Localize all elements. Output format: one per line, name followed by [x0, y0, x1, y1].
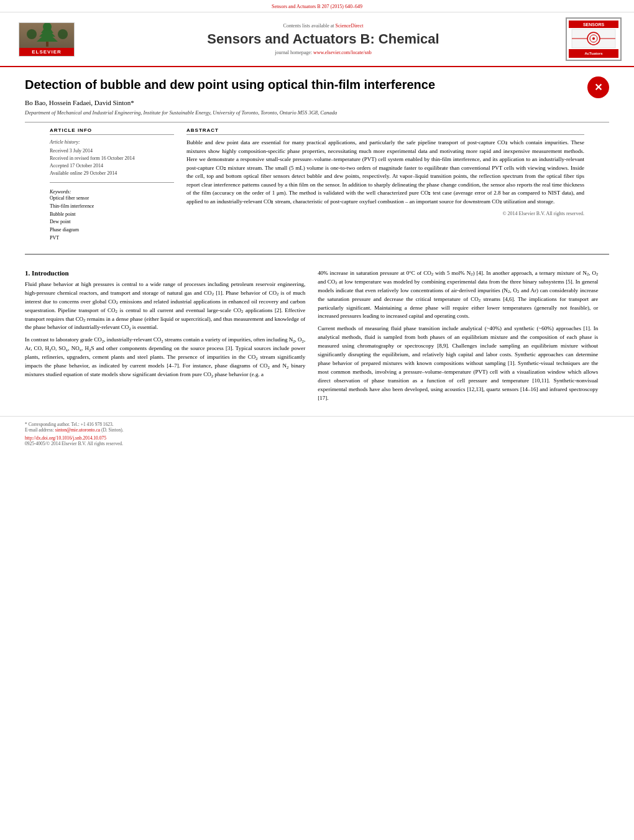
journal-title: Sensors and Actuators B: Chemical — [81, 31, 566, 47]
divider — [25, 122, 609, 122]
received-revised-date: Received in revised form 16 October 2014 — [50, 155, 174, 162]
keyword-1: Optical fiber sensor — [50, 195, 174, 203]
article-info-heading: ARTICLE INFO — [50, 127, 174, 135]
copyright: © 2014 Elsevier B.V. All rights reserved… — [186, 211, 584, 216]
svg-point-4 — [27, 29, 37, 39]
email-person: (D. Sinton). — [101, 427, 124, 433]
keywords-label: Keywords: — [50, 189, 174, 195]
article-header: ✕ Detection of bubble and dew point usin… — [0, 67, 634, 249]
abstract-text: Bubble and dew point data are essential … — [186, 139, 584, 206]
journal-ref-strip: Sensors and Actuators B 207 (2015) 640–6… — [0, 0, 634, 12]
email-line: E-mail address: sinton@mie.utoronto.ca (… — [25, 427, 609, 433]
divider2 — [50, 182, 174, 183]
homepage-link[interactable]: www.elsevier.com/locate/snb — [313, 50, 372, 55]
abstract-col: ABSTRACT Bubble and dew point data are e… — [186, 127, 584, 242]
journal-ref-text: Sensors and Actuators B 207 (2015) 640–6… — [272, 4, 362, 9]
elsevier-logo: ELSEVIER — [12, 22, 81, 57]
svg-text:AcTuators: AcTuators — [584, 52, 603, 55]
tree-svg — [19, 23, 75, 48]
journal-homepage: journal homepage: www.elsevier.com/locat… — [81, 50, 566, 55]
main-left-col: 1. Introduction Fluid phase behavior at … — [25, 269, 305, 407]
svg-text:SENSORS: SENSORS — [583, 22, 605, 27]
journal-header: ELSEVIER Contents lists available at Sci… — [0, 12, 634, 67]
page-footer: * Corresponding author. Tel.: +1 416 978… — [0, 416, 634, 451]
article-info-col: ARTICLE INFO Article history: Received 3… — [50, 127, 174, 242]
sensors-logo-svg: SENSORS AcTuators — [569, 21, 618, 58]
keyword-4: Dew point — [50, 218, 174, 226]
issn-line: 0925-4005/© 2014 Elsevier B.V. All right… — [25, 441, 609, 446]
main-content: 1. Introduction Fluid phase behavior at … — [0, 260, 634, 416]
svg-point-13 — [592, 37, 595, 40]
info-abstract-cols: ARTICLE INFO Article history: Received 3… — [25, 127, 609, 242]
corresponding-note: * Corresponding author. Tel.: +1 416 978… — [25, 422, 609, 427]
elsevier-tree-graphic — [19, 23, 75, 48]
intro-p1: Fluid phase behavior at high pressures i… — [25, 280, 305, 333]
keyword-6: PVT — [50, 234, 174, 242]
abstract-paragraph: Bubble and dew point data are essential … — [186, 139, 584, 206]
section1-col2-text: 40% increase in saturation pressure at 0… — [318, 269, 598, 403]
article-title-row: ✕ Detection of bubble and dew point usin… — [25, 76, 609, 93]
section1-title: 1. Introduction — [25, 269, 305, 277]
keyword-2: Thin-film interference — [50, 203, 174, 211]
intro-p2: In contrast to laboratory grade CO2, ind… — [25, 336, 305, 379]
section1-col1-text: Fluid phase behavior at high pressures i… — [25, 280, 305, 379]
abstract-heading: ABSTRACT — [186, 127, 584, 135]
elsevier-logo-image: ELSEVIER — [19, 22, 75, 57]
history-label: Article history: — [50, 139, 174, 146]
accepted-date: Accepted 17 October 2014 — [50, 162, 174, 170]
keywords-block: Keywords: Optical fiber sensor Thin-film… — [50, 189, 174, 242]
section-divider — [25, 254, 609, 255]
main-two-col: 1. Introduction Fluid phase behavior at … — [25, 269, 609, 407]
main-right-col: 40% increase in saturation pressure at 0… — [318, 269, 598, 407]
affiliation: Department of Mechanical and Industrial … — [25, 109, 609, 116]
contents-line: Contents lists available at ScienceDirec… — [81, 23, 566, 29]
sensors-actuators-logo: SENSORS AcTuators — [566, 17, 622, 61]
elsevier-brand-text: ELSEVIER — [19, 48, 74, 56]
keyword-5: Phase diagram — [50, 226, 174, 234]
footnotes: * Corresponding author. Tel.: +1 416 978… — [25, 422, 609, 433]
crossmark-badge: ✕ — [587, 76, 609, 98]
journal-center: Contents lists available at ScienceDirec… — [81, 23, 566, 55]
sciencedirect-link[interactable]: ScienceDirect — [336, 23, 364, 29]
page-wrapper: Sensors and Actuators B 207 (2015) 640–6… — [0, 0, 634, 451]
available-date: Available online 29 October 2014 — [50, 170, 174, 177]
intro-p4: Current methods of measuring fluid phase… — [318, 325, 598, 402]
keyword-3: Bubble point — [50, 211, 174, 219]
received-date: Received 3 July 2014 — [50, 147, 174, 155]
email-address: sinton@mie.utoronto.ca — [55, 427, 100, 433]
intro-p3: 40% increase in saturation pressure at 0… — [318, 269, 598, 321]
article-info-block: Article history: Received 3 July 2014 Re… — [50, 139, 174, 177]
crossmark-inner: ✕ — [587, 76, 609, 98]
doi-link[interactable]: http://dx.doi.org/10.1016/j.snb.2014.10.… — [25, 435, 609, 441]
authors: Bo Bao, Hossein Fadaei, David Sinton* — [25, 99, 609, 106]
svg-point-5 — [58, 29, 68, 39]
email-label: E-mail address: — [25, 427, 54, 433]
keywords-list: Optical fiber sensor Thin-film interfere… — [50, 195, 174, 242]
article-title: Detection of bubble and dew point using … — [25, 76, 609, 93]
